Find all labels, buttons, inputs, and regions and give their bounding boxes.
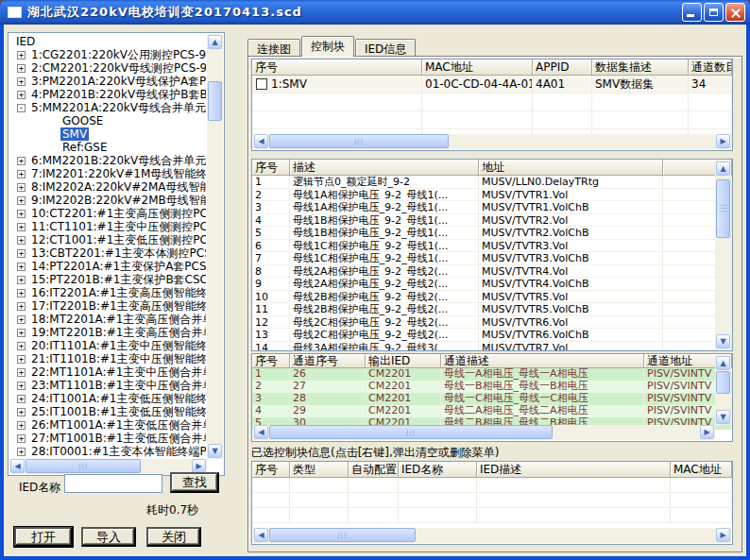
tab[interactable]: IED信息: [355, 39, 416, 57]
col-header-ied-desc[interactable]: IED描述: [477, 462, 671, 478]
tree-item-label[interactable]: IED: [14, 35, 37, 48]
channel-row[interactable]: 7 母线1C相保护电压_9-2_母线1(... MUSV/TVTR3.VolCh…: [252, 252, 732, 265]
channel-row[interactable]: 12 母线2C相保护电压_9-2_母线2(... MUSV/TVTR6.Vol: [252, 316, 732, 330]
tree-item-label[interactable]: 23:MT1101B:#1主变中压侧合并单元: [29, 379, 206, 392]
expand-toggle-icon[interactable]: [17, 408, 26, 416]
hscroll-thumb[interactable]: |||: [269, 425, 553, 439]
scroll-up-icon[interactable]: ▲: [208, 35, 222, 49]
tree-item[interactable]: 22:MT1101A:#1主变中压侧合并单元: [10, 365, 206, 379]
control-block-cell[interactable]: 1:SMV: [252, 76, 422, 93]
tab[interactable]: 连接图: [247, 39, 300, 57]
selected-table-hscrollbar[interactable]: ◀ ||| ▶: [253, 528, 731, 543]
tree-item[interactable]: Ref:GSE: [10, 141, 206, 154]
tree-item-label[interactable]: 22:MT1101A:#1主变中压侧合并单元: [29, 365, 206, 379]
expand-toggle-icon[interactable]: [48, 117, 57, 126]
expand-toggle-icon[interactable]: [17, 382, 26, 390]
col-header-seq[interactable]: 序号: [252, 59, 422, 76]
scroll-right-icon[interactable]: ▶: [192, 459, 206, 473]
tree-item-label[interactable]: 5:MM2201A:220kV母线合并单元A套P(: [29, 101, 206, 114]
col-header-channel-seq[interactable]: 通道序号: [290, 354, 366, 368]
expand-toggle-icon[interactable]: [17, 104, 26, 112]
tree-item-label[interactable]: 14:PT2201A:#1主变保护A套PCS-978: [29, 260, 206, 273]
tree-item-label[interactable]: GOOSE: [60, 114, 105, 127]
col-header-dataset[interactable]: 数据集描述: [592, 59, 689, 76]
expand-toggle-icon[interactable]: [17, 368, 26, 377]
expand-toggle-icon[interactable]: [17, 434, 26, 443]
scroll-up-icon[interactable]: ▲: [716, 161, 730, 176]
expand-toggle-icon[interactable]: [48, 144, 57, 152]
expand-toggle-icon[interactable]: [17, 77, 26, 86]
vscroll-thumb[interactable]: |||: [716, 179, 730, 238]
tree-item[interactable]: 21:IT1101B:#1主变中压侧智能终端: [10, 352, 206, 365]
expand-toggle-icon[interactable]: [17, 276, 26, 284]
channel-row[interactable]: 13 母线2C相保护电压_9-2_母线2(... MUSV/TVTR6.VolC…: [252, 329, 732, 342]
expand-toggle-icon[interactable]: [17, 170, 26, 178]
scroll-left-icon[interactable]: ◀: [254, 134, 268, 148]
col-header-channel-count[interactable]: 通道数目: [689, 59, 732, 76]
expand-toggle-icon[interactable]: [17, 249, 26, 258]
minimize-button[interactable]: [682, 3, 702, 22]
scroll-left-icon[interactable]: ◀: [254, 528, 268, 542]
expand-toggle-icon[interactable]: [17, 183, 26, 192]
tree-item-label[interactable]: 26:MT1001A:#1主变低压侧合并单元: [29, 418, 206, 432]
output-row[interactable]: 2 27 CM2201 母线一B相电压_母线一B相电压 PISV/SVINTV: [252, 381, 732, 393]
tree-vertical-scrollbar[interactable]: ▲ ▼: [207, 34, 223, 459]
output-table-hscrollbar[interactable]: ◀ ||| ▶: [253, 425, 715, 440]
col-header-autoconfig[interactable]: 自动配置: [349, 462, 399, 478]
tree-item[interactable]: 3:PM2201A:220kV母线保护A套PCS-9: [10, 75, 206, 88]
col-header-type[interactable]: 类型: [290, 462, 349, 478]
col-header-appid[interactable]: APPID: [533, 59, 592, 76]
tree-item-label[interactable]: 10:CT2201:#1主变高压侧测控PCS-9: [29, 207, 206, 220]
scroll-down-icon[interactable]: ▼: [716, 410, 730, 424]
tree-item[interactable]: 4:PM2201B:220kV母线保护B套BP-2C: [10, 88, 206, 101]
tree-item-label[interactable]: 20:IT1101A:#1主变中压侧智能终端: [29, 339, 206, 352]
tree-item-label[interactable]: 6:MM2201B:220kV母线合并单元B套P(: [29, 154, 206, 167]
tree-item-label[interactable]: 13:CBT2201:#1主变本体测控PCS-970: [29, 246, 206, 260]
tree-item[interactable]: 8:IM2202A:220kV#2MA母线智能终端: [10, 180, 206, 194]
expand-toggle-icon[interactable]: [17, 329, 26, 337]
channel-row[interactable]: 14 母线3A相保护电压_9-2_母线3( MUSV/TVTR7.Vol: [252, 342, 732, 352]
expand-toggle-icon[interactable]: [17, 289, 26, 297]
hscroll-thumb[interactable]: |||: [269, 134, 449, 148]
channel-row[interactable]: 5 母线1B相保护电压_9-2_母线1(... MUSV/TVTR2.VolCh…: [252, 227, 732, 240]
tree-item-label[interactable]: 17:IT2201B:#1主变高压侧智能终端: [29, 299, 206, 313]
expand-toggle-icon[interactable]: [17, 302, 26, 311]
vscroll-thumb[interactable]: [716, 371, 730, 394]
tree-item-label[interactable]: 11:CT1101:#1主变中压侧测控PCS-9: [29, 220, 206, 233]
channel-row[interactable]: 6 母线1C相保护电压_9-2_母线1(... MUSV/TVTR3.Vol: [252, 240, 732, 253]
scroll-left-icon[interactable]: ◀: [254, 425, 268, 439]
control-block-row[interactable]: 1:SMV 01-0C-CD-04-4A-01 4A01 SMV数据集 34: [252, 76, 732, 93]
find-button[interactable]: 查找: [170, 472, 219, 493]
expand-toggle-icon[interactable]: [17, 395, 26, 403]
scroll-down-icon[interactable]: ▼: [208, 444, 222, 458]
col-header-seq[interactable]: 序号: [252, 160, 290, 176]
tree-item[interactable]: IED: [10, 35, 206, 48]
control-table-hscrollbar[interactable]: ◀ ||| ▶: [253, 134, 731, 149]
tree-item[interactable]: 11:CT1101:#1主变中压侧测控PCS-9: [10, 220, 206, 233]
tree-item[interactable]: 9:IM2202B:220kV#2MB母线智能终端: [10, 194, 206, 207]
expand-toggle-icon[interactable]: [17, 91, 26, 99]
tree-hscroll-thumb[interactable]: |||: [26, 459, 141, 473]
tree-item[interactable]: 28:IT0001:#1主变本体智能终端PCS-: [10, 445, 206, 458]
scroll-up-icon[interactable]: ▲: [716, 356, 730, 370]
tree-item[interactable]: 16:IT2201A:#1主变高压侧智能终端: [10, 286, 206, 299]
tree-item[interactable]: 17:IT2201B:#1主变高压侧智能终端: [10, 299, 206, 313]
tree-item-label[interactable]: 21:IT1101B:#1主变中压侧智能终端: [29, 352, 206, 365]
tree-item-label[interactable]: 27:MT1001B:#1主变低压侧合并单元: [29, 432, 206, 445]
tree-item[interactable]: 18:MT2201A:#1主变高压侧合并单元: [10, 313, 206, 326]
channel-row[interactable]: 2 母线1A相保护电压_9-2_母线1(... MUSV/TVTR1.Vol: [252, 189, 732, 202]
scroll-right-icon[interactable]: ▶: [716, 528, 730, 542]
output-row[interactable]: 3 28 CM2201 母线一C相电压_母线一C相电压 PISV/SVINTV: [252, 393, 732, 405]
expand-toggle-icon[interactable]: [17, 421, 26, 430]
scroll-right-icon[interactable]: ▶: [716, 134, 730, 148]
tree-item-label[interactable]: 1:CG2201:220kV公用测控PCS-9705C-: [29, 48, 206, 61]
ied-name-input[interactable]: [64, 474, 162, 493]
hscroll-thumb[interactable]: |||: [269, 528, 416, 542]
tree-item-label[interactable]: 3:PM2201A:220kV母线保护A套PCS-9: [29, 75, 206, 88]
channel-row[interactable]: 10 母线2B相保护电压_9-2_母线2(... MUSV/TVTR5.Vol: [252, 291, 732, 304]
tree-item-label[interactable]: Ref:GSE: [60, 141, 110, 154]
expand-toggle-icon[interactable]: [17, 342, 26, 350]
output-row[interactable]: 4 29 CM2201 母线二A相电压_母线二A相电压 PISV/SVINTV: [252, 405, 732, 417]
expand-toggle-icon[interactable]: [17, 315, 26, 324]
tree-item[interactable]: GOOSE: [10, 114, 206, 127]
